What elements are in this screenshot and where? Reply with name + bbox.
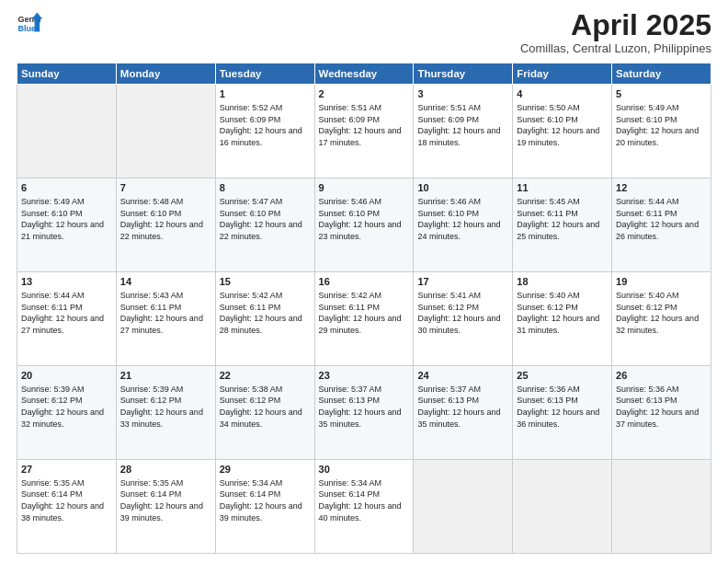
day-number: 6 [21, 181, 112, 195]
calendar-cell: 24Sunrise: 5:37 AM Sunset: 6:13 PM Dayli… [414, 366, 513, 460]
day-number: 13 [21, 275, 112, 289]
day-header-wednesday: Wednesday [314, 63, 414, 85]
cell-info: Sunrise: 5:35 AM Sunset: 6:14 PM Dayligh… [21, 477, 112, 523]
logo-icon: General Blue [17, 9, 42, 35]
cell-info: Sunrise: 5:44 AM Sunset: 6:11 PM Dayligh… [21, 290, 112, 336]
calendar-cell: 11Sunrise: 5:45 AM Sunset: 6:11 PM Dayli… [513, 178, 612, 272]
cell-info: Sunrise: 5:44 AM Sunset: 6:11 PM Dayligh… [616, 196, 707, 242]
calendar-cell: 13Sunrise: 5:44 AM Sunset: 6:11 PM Dayli… [17, 272, 117, 366]
cell-info: Sunrise: 5:51 AM Sunset: 6:09 PM Dayligh… [319, 102, 410, 148]
calendar-cell: 25Sunrise: 5:36 AM Sunset: 6:13 PM Dayli… [513, 366, 612, 460]
cell-info: Sunrise: 5:52 AM Sunset: 6:09 PM Dayligh… [220, 102, 311, 148]
calendar-cell: 7Sunrise: 5:48 AM Sunset: 6:10 PM Daylig… [116, 178, 215, 272]
month-title: April 2025 [520, 9, 711, 41]
calendar-cell [513, 460, 612, 554]
calendar-cell [612, 460, 711, 554]
calendar-cell: 8Sunrise: 5:47 AM Sunset: 6:10 PM Daylig… [215, 178, 314, 272]
cell-info: Sunrise: 5:35 AM Sunset: 6:14 PM Dayligh… [120, 477, 211, 523]
cell-info: Sunrise: 5:42 AM Sunset: 6:11 PM Dayligh… [319, 290, 410, 336]
calendar-cell: 16Sunrise: 5:42 AM Sunset: 6:11 PM Dayli… [314, 272, 414, 366]
cell-info: Sunrise: 5:45 AM Sunset: 6:11 PM Dayligh… [517, 196, 608, 242]
calendar-cell: 27Sunrise: 5:35 AM Sunset: 6:14 PM Dayli… [17, 460, 117, 554]
cell-info: Sunrise: 5:36 AM Sunset: 6:13 PM Dayligh… [517, 384, 608, 430]
calendar-cell: 21Sunrise: 5:39 AM Sunset: 6:12 PM Dayli… [116, 366, 215, 460]
cell-info: Sunrise: 5:34 AM Sunset: 6:14 PM Dayligh… [220, 477, 311, 523]
title-block: April 2025 Comillas, Central Luzon, Phil… [520, 9, 711, 55]
day-number: 30 [319, 463, 410, 477]
cell-info: Sunrise: 5:34 AM Sunset: 6:14 PM Dayligh… [319, 477, 410, 523]
calendar-cell [116, 85, 215, 178]
cell-info: Sunrise: 5:39 AM Sunset: 6:12 PM Dayligh… [120, 384, 211, 430]
day-number: 10 [417, 181, 508, 195]
cell-info: Sunrise: 5:37 AM Sunset: 6:13 PM Dayligh… [417, 384, 508, 430]
day-number: 28 [120, 463, 211, 477]
calendar-cell: 2Sunrise: 5:51 AM Sunset: 6:09 PM Daylig… [314, 85, 414, 178]
day-number: 4 [517, 87, 608, 101]
calendar-cell: 22Sunrise: 5:38 AM Sunset: 6:12 PM Dayli… [215, 366, 314, 460]
calendar-cell: 5Sunrise: 5:49 AM Sunset: 6:10 PM Daylig… [612, 85, 711, 178]
day-number: 29 [220, 463, 311, 477]
calendar-cell: 30Sunrise: 5:34 AM Sunset: 6:14 PM Dayli… [314, 460, 414, 554]
calendar-cell: 12Sunrise: 5:44 AM Sunset: 6:11 PM Dayli… [612, 178, 711, 272]
cell-info: Sunrise: 5:46 AM Sunset: 6:10 PM Dayligh… [319, 196, 410, 242]
cell-info: Sunrise: 5:43 AM Sunset: 6:11 PM Dayligh… [120, 290, 211, 336]
calendar-cell: 15Sunrise: 5:42 AM Sunset: 6:11 PM Dayli… [215, 272, 314, 366]
cell-info: Sunrise: 5:47 AM Sunset: 6:10 PM Dayligh… [220, 196, 311, 242]
calendar-cell: 19Sunrise: 5:40 AM Sunset: 6:12 PM Dayli… [612, 272, 711, 366]
calendar-cell: 20Sunrise: 5:39 AM Sunset: 6:12 PM Dayli… [17, 366, 117, 460]
calendar-cell [17, 85, 117, 178]
day-header-sunday: Sunday [17, 63, 117, 85]
logo: General Blue [17, 9, 42, 35]
day-number: 26 [616, 369, 707, 383]
day-number: 21 [120, 369, 211, 383]
cell-info: Sunrise: 5:46 AM Sunset: 6:10 PM Dayligh… [417, 196, 508, 242]
day-number: 16 [319, 275, 410, 289]
day-number: 8 [220, 181, 311, 195]
day-number: 22 [220, 369, 311, 383]
day-number: 3 [417, 87, 508, 101]
calendar-cell: 1Sunrise: 5:52 AM Sunset: 6:09 PM Daylig… [215, 85, 314, 178]
calendar-cell: 3Sunrise: 5:51 AM Sunset: 6:09 PM Daylig… [414, 85, 513, 178]
cell-info: Sunrise: 5:39 AM Sunset: 6:12 PM Dayligh… [21, 384, 112, 430]
calendar-cell [414, 460, 513, 554]
day-header-tuesday: Tuesday [215, 63, 314, 85]
cell-info: Sunrise: 5:37 AM Sunset: 6:13 PM Dayligh… [319, 384, 410, 430]
day-number: 12 [616, 181, 707, 195]
calendar-cell: 28Sunrise: 5:35 AM Sunset: 6:14 PM Dayli… [116, 460, 215, 554]
calendar-cell: 23Sunrise: 5:37 AM Sunset: 6:13 PM Dayli… [314, 366, 414, 460]
day-number: 7 [120, 181, 211, 195]
day-number: 5 [616, 87, 707, 101]
cell-info: Sunrise: 5:42 AM Sunset: 6:11 PM Dayligh… [220, 290, 311, 336]
calendar-cell: 10Sunrise: 5:46 AM Sunset: 6:10 PM Dayli… [414, 178, 513, 272]
day-number: 17 [417, 275, 508, 289]
cell-info: Sunrise: 5:36 AM Sunset: 6:13 PM Dayligh… [616, 384, 707, 430]
calendar-cell: 9Sunrise: 5:46 AM Sunset: 6:10 PM Daylig… [314, 178, 414, 272]
calendar-cell: 4Sunrise: 5:50 AM Sunset: 6:10 PM Daylig… [513, 85, 612, 178]
calendar-cell: 29Sunrise: 5:34 AM Sunset: 6:14 PM Dayli… [215, 460, 314, 554]
calendar-cell: 26Sunrise: 5:36 AM Sunset: 6:13 PM Dayli… [612, 366, 711, 460]
day-number: 11 [517, 181, 608, 195]
calendar-table: SundayMondayTuesdayWednesdayThursdayFrid… [17, 63, 711, 554]
svg-text:Blue: Blue [17, 24, 36, 33]
day-number: 18 [517, 275, 608, 289]
cell-info: Sunrise: 5:49 AM Sunset: 6:10 PM Dayligh… [616, 102, 707, 148]
calendar-cell: 6Sunrise: 5:49 AM Sunset: 6:10 PM Daylig… [17, 178, 117, 272]
day-number: 9 [319, 181, 410, 195]
day-header-friday: Friday [513, 63, 612, 85]
cell-info: Sunrise: 5:48 AM Sunset: 6:10 PM Dayligh… [120, 196, 211, 242]
calendar-cell: 18Sunrise: 5:40 AM Sunset: 6:12 PM Dayli… [513, 272, 612, 366]
page-header: General Blue April 2025 Comillas, Centra… [17, 9, 711, 55]
day-header-monday: Monday [116, 63, 215, 85]
day-number: 27 [21, 463, 112, 477]
cell-info: Sunrise: 5:51 AM Sunset: 6:09 PM Dayligh… [417, 102, 508, 148]
day-header-saturday: Saturday [612, 63, 711, 85]
cell-info: Sunrise: 5:40 AM Sunset: 6:12 PM Dayligh… [616, 290, 707, 336]
calendar-cell: 14Sunrise: 5:43 AM Sunset: 6:11 PM Dayli… [116, 272, 215, 366]
cell-info: Sunrise: 5:49 AM Sunset: 6:10 PM Dayligh… [21, 196, 112, 242]
day-number: 25 [517, 369, 608, 383]
day-number: 2 [319, 87, 410, 101]
cell-info: Sunrise: 5:38 AM Sunset: 6:12 PM Dayligh… [220, 384, 311, 430]
calendar-cell: 17Sunrise: 5:41 AM Sunset: 6:12 PM Dayli… [414, 272, 513, 366]
day-number: 24 [417, 369, 508, 383]
day-number: 1 [220, 87, 311, 101]
